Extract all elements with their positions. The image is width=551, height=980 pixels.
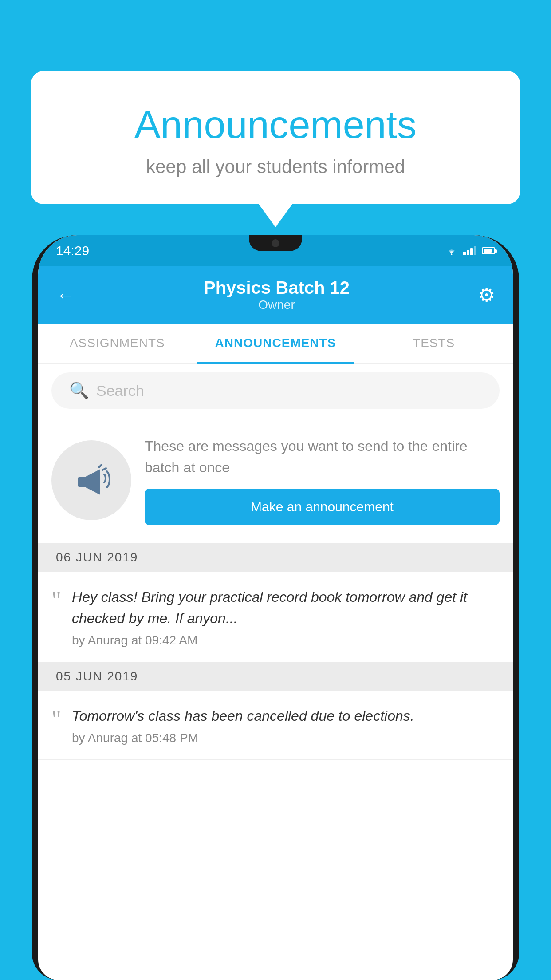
- cta-description: These are messages you want to send to t…: [145, 435, 500, 478]
- battery-icon: [482, 247, 495, 254]
- cta-right: These are messages you want to send to t…: [145, 435, 500, 525]
- announcement-cta: These are messages you want to send to t…: [38, 418, 513, 543]
- announcement-content-1: Hey class! Bring your practical record b…: [72, 586, 500, 648]
- wifi-icon: [445, 246, 458, 256]
- settings-button[interactable]: ⚙: [478, 284, 495, 306]
- notch-camera: [272, 239, 279, 247]
- tab-assignments[interactable]: ASSIGNMENTS: [38, 324, 197, 363]
- announcement-text-1: Hey class! Bring your practical record b…: [72, 586, 500, 629]
- bubble-subtitle: keep all your students informed: [58, 156, 493, 178]
- announcement-content-2: Tomorrow's class has been cancelled due …: [72, 705, 500, 745]
- status-icons: [445, 246, 495, 256]
- app-header: ← Physics Batch 12 Owner ⚙: [38, 266, 513, 324]
- search-placeholder: Search: [96, 382, 144, 399]
- date-separator-1: 06 JUN 2019: [38, 543, 513, 572]
- phone-screen: 14:29: [38, 235, 513, 980]
- make-announcement-button[interactable]: Make an announcement: [145, 489, 500, 525]
- announcement-meta-2: by Anurag at 05:48 PM: [72, 731, 500, 745]
- quote-icon-1: ": [51, 588, 61, 612]
- speech-bubble: Announcements keep all your students inf…: [31, 71, 520, 204]
- announcement-meta-1: by Anurag at 09:42 AM: [72, 633, 500, 648]
- announcement-text-2: Tomorrow's class has been cancelled due …: [72, 705, 500, 727]
- svg-line-2: [102, 468, 106, 470]
- bubble-title: Announcements: [58, 102, 493, 147]
- tab-announcements[interactable]: ANNOUNCEMENTS: [197, 324, 355, 363]
- notch: [249, 235, 302, 251]
- date-separator-2: 05 JUN 2019: [38, 662, 513, 691]
- batch-role: Owner: [204, 298, 350, 312]
- svg-point-0: [451, 254, 453, 255]
- batch-title: Physics Batch 12: [204, 278, 350, 298]
- speech-bubble-container: Announcements keep all your students inf…: [31, 71, 520, 204]
- status-bar: 14:29: [38, 235, 513, 266]
- signal-icon: [463, 246, 476, 255]
- megaphone-icon: [71, 460, 111, 500]
- tab-bar: ASSIGNMENTS ANNOUNCEMENTS TESTS: [38, 324, 513, 364]
- header-center: Physics Batch 12 Owner: [204, 278, 350, 312]
- search-bar[interactable]: 🔍 Search: [51, 372, 500, 409]
- announcement-item-1[interactable]: " Hey class! Bring your practical record…: [38, 572, 513, 662]
- back-button[interactable]: ←: [56, 284, 75, 306]
- quote-icon-2: ": [51, 707, 61, 731]
- tab-tests[interactable]: TESTS: [354, 324, 513, 363]
- status-time: 14:29: [56, 243, 89, 258]
- search-container: 🔍 Search: [38, 364, 513, 418]
- megaphone-circle: [51, 440, 131, 520]
- svg-line-1: [99, 465, 102, 467]
- phone-frame: 14:29: [32, 235, 519, 980]
- search-icon: 🔍: [69, 381, 89, 400]
- announcement-item-2[interactable]: " Tomorrow's class has been cancelled du…: [38, 691, 513, 760]
